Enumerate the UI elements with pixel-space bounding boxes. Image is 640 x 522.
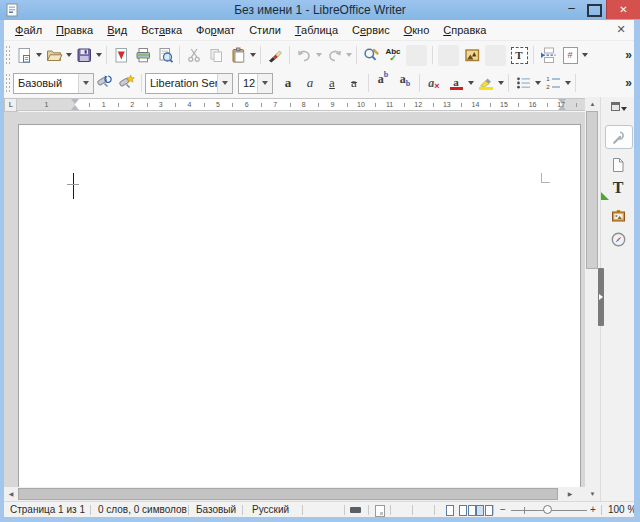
close-button[interactable]: ✕ — [606, 0, 640, 19]
menu-item-styles[interactable]: Стили — [242, 21, 288, 39]
clone-formatting-button[interactable] — [264, 44, 286, 66]
single-page-view-icon[interactable] — [446, 505, 455, 516]
update-style-button[interactable] — [94, 72, 116, 94]
sidebar-splitter-handle[interactable] — [598, 268, 604, 326]
redo-dropdown[interactable] — [345, 44, 353, 66]
minimize-button[interactable]: – — [563, 0, 580, 19]
horizontal-ruler[interactable]: 1123456789101112131415161718 — [16, 98, 598, 111]
copy-button[interactable] — [205, 44, 227, 66]
sidebar-tab-properties[interactable] — [605, 125, 633, 149]
paragraph-style-combo[interactable]: Базовый — [13, 73, 94, 94]
menu-item-format[interactable]: Формат — [189, 21, 242, 39]
cut-button[interactable] — [183, 44, 205, 66]
page-style-status[interactable]: Базовый — [196, 504, 236, 515]
zoom-level-status[interactable]: 100 % — [608, 504, 636, 515]
insert-image-button[interactable] — [461, 44, 483, 66]
insert-field-button[interactable]: # — [559, 44, 581, 66]
menu-item-tools[interactable]: Сервис — [345, 21, 397, 39]
toolbar-grip[interactable] — [5, 45, 10, 65]
sidebar-settings-button[interactable] — [611, 102, 627, 111]
sidebar-tab-page[interactable] — [605, 154, 631, 176]
toolbar-overflow-icon[interactable]: » — [625, 76, 632, 90]
menu-item-insert[interactable]: Вставка — [134, 21, 189, 39]
strikethrough-button[interactable]: а — [343, 72, 365, 94]
font-name-dropdown[interactable] — [217, 74, 232, 93]
font-color-button[interactable]: а — [445, 72, 467, 94]
numbered-list-dropdown[interactable] — [564, 72, 572, 94]
redo-button[interactable] — [323, 44, 345, 66]
superscript-button[interactable]: а b — [372, 72, 394, 94]
highlight-dropdown[interactable] — [497, 72, 505, 94]
scroll-right-icon[interactable]: ▶ — [563, 487, 577, 501]
horizontal-scrollbar-thumb[interactable] — [18, 488, 558, 500]
page-number-status[interactable]: Страница 1 из 1 — [10, 504, 85, 515]
paste-dropdown[interactable] — [249, 44, 257, 66]
clear-formatting-button[interactable]: а × — [423, 72, 445, 94]
find-replace-button[interactable] — [360, 44, 382, 66]
insert-page-break-button[interactable] — [537, 44, 559, 66]
left-indent-marker[interactable] — [71, 105, 79, 110]
zoom-slider-handle[interactable] — [543, 505, 552, 514]
menu-item-table[interactable]: Таблица — [288, 21, 345, 39]
horizontal-scrollbar[interactable]: ◀ ▶ — [4, 487, 585, 501]
scroll-down-icon[interactable]: ▼ — [585, 487, 600, 501]
insert-field-dropdown[interactable] — [581, 44, 589, 66]
font-size-dropdown[interactable] — [257, 74, 272, 93]
spellcheck-button[interactable]: Abc ✓ — [382, 44, 404, 66]
toolbar-overflow-icon[interactable]: » — [625, 48, 632, 62]
new-document-dropdown[interactable] — [35, 44, 43, 66]
open-dropdown[interactable] — [65, 44, 73, 66]
new-style-button[interactable] — [116, 72, 138, 94]
highlight-button[interactable] — [475, 72, 497, 94]
subscript-button[interactable]: а b — [394, 72, 416, 94]
word-count-status[interactable]: 0 слов, 0 символов — [98, 504, 187, 515]
language-status[interactable]: Русский — [252, 504, 289, 515]
paste-button[interactable] — [227, 44, 249, 66]
undo-dropdown[interactable] — [315, 44, 323, 66]
first-line-indent-marker[interactable] — [71, 99, 79, 104]
numbered-list-button[interactable]: 1 2 — [542, 72, 564, 94]
multi-page-view-icon[interactable] — [459, 505, 477, 516]
bullet-list-dropdown[interactable] — [534, 72, 542, 94]
sidebar-tab-styles[interactable]: T — [605, 177, 631, 199]
zoom-in-button[interactable]: + — [590, 504, 596, 515]
save-dropdown[interactable] — [95, 44, 103, 66]
print-button[interactable] — [132, 44, 154, 66]
export-pdf-button[interactable] — [110, 44, 132, 66]
toolbar-grip[interactable] — [5, 73, 10, 93]
new-document-button[interactable] — [13, 44, 35, 66]
menu-item-view[interactable]: Вид — [100, 21, 134, 39]
document-modified-icon[interactable] — [375, 505, 385, 517]
font-name-combo[interactable]: Liberation Serif — [145, 73, 233, 94]
menu-item-file[interactable]: Файл — [8, 21, 49, 39]
document-area[interactable] — [4, 112, 585, 487]
book-view-icon[interactable] — [476, 505, 494, 516]
maximize-button[interactable] — [587, 4, 602, 17]
paragraph-style-dropdown[interactable] — [78, 74, 93, 93]
selection-mode-icon[interactable] — [350, 507, 361, 513]
menu-item-window[interactable]: Окно — [397, 21, 437, 39]
sidebar-tab-gallery[interactable] — [605, 205, 631, 227]
vertical-scrollbar-thumb[interactable] — [586, 111, 598, 269]
insert-textbox-button[interactable]: T — [508, 44, 530, 66]
scroll-left-icon[interactable]: ◀ — [4, 487, 18, 501]
bullet-list-button[interactable] — [512, 72, 534, 94]
insert-chart-button[interactable] — [485, 45, 506, 66]
underline-button[interactable]: а — [321, 72, 343, 94]
zoom-out-button[interactable]: − — [500, 504, 506, 515]
open-button[interactable] — [43, 44, 65, 66]
document-page[interactable] — [18, 124, 581, 487]
save-button[interactable] — [73, 44, 95, 66]
close-document-icon[interactable]: ✕ — [614, 23, 628, 36]
menu-item-help[interactable]: Справка — [436, 21, 493, 39]
font-color-dropdown[interactable] — [467, 72, 475, 94]
print-preview-button[interactable] — [154, 44, 176, 66]
insert-table-button[interactable] — [438, 45, 459, 66]
scroll-up-icon[interactable]: ▲ — [585, 97, 600, 111]
formatting-marks-button[interactable] — [406, 45, 427, 66]
titlebar[interactable]: Без имени 1 - LibreOffice Writer – ✕ — [0, 0, 640, 20]
undo-button[interactable] — [293, 44, 315, 66]
sidebar-tab-navigator[interactable] — [605, 228, 631, 250]
bold-button[interactable]: а — [277, 72, 299, 94]
italic-button[interactable]: а — [299, 72, 321, 94]
